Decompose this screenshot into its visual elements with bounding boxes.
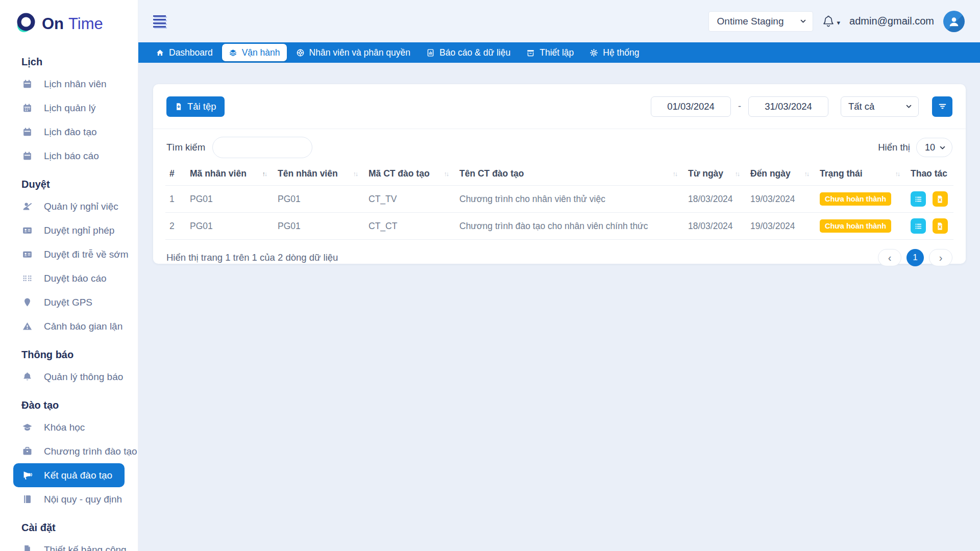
list-icon <box>914 195 923 204</box>
next-page-button[interactable]: › <box>929 249 952 266</box>
sort-icon[interactable]: ↑↓ <box>353 170 361 178</box>
filter-button[interactable] <box>932 96 952 117</box>
from-date: 18/03/2024 <box>684 186 746 213</box>
from-date: 18/03/2024 <box>684 213 746 240</box>
avatar[interactable] <box>943 11 965 32</box>
sort-icon[interactable]: ↑↓ <box>895 170 903 178</box>
row-index: 1 <box>165 186 186 213</box>
sidebar-item-duyet-bao-cao[interactable]: Duyệt báo cáo <box>13 266 125 290</box>
tab-label: Báo cáo & dữ liệu <box>439 47 510 58</box>
date-from-input[interactable] <box>651 96 731 117</box>
report-chart-icon <box>426 48 435 57</box>
file-excel-icon <box>936 195 944 204</box>
tab-bao-cao-du-lieu[interactable]: Báo cáo & dữ liệu <box>420 42 517 63</box>
column-header-ma-ct-dao-tao[interactable]: Mã CT đào tạo↑↓ <box>364 163 455 186</box>
tab-label: Thiết lập <box>540 47 574 58</box>
notifications-button[interactable]: ▾ <box>822 14 841 28</box>
column-header-ten-ct-dao-tao[interactable]: Tên CT đào tạo↑↓ <box>455 163 684 186</box>
bell-icon <box>22 371 33 382</box>
status-filter-select[interactable]: Tất cả <box>841 96 919 117</box>
chevron-down-icon <box>939 144 946 151</box>
sort-icon[interactable]: ↑↓ <box>262 170 270 178</box>
pagination: ‹ 1 › <box>878 249 952 266</box>
calendar-icon <box>22 151 33 161</box>
sidebar-item-chuong-trinh-dao-tao[interactable]: Chương trình đào tạo <box>13 439 125 463</box>
workspace-select[interactable]: Ontime Staging <box>708 11 813 32</box>
tab-thiet-lap[interactable]: Thiết lập <box>520 42 580 63</box>
layers-icon <box>229 48 237 57</box>
page-size-label: Hiển thị <box>878 142 910 153</box>
sidebar-item-label: Duyệt báo cáo <box>44 273 107 284</box>
sort-icon[interactable]: ↑↓ <box>673 170 680 178</box>
program-code: CT_TV <box>364 186 455 213</box>
sidebar-section-thong-bao: Thông báo <box>0 338 138 365</box>
date-to-input[interactable] <box>748 96 828 117</box>
person-icon <box>947 15 961 28</box>
table-row: 2 PG01 PG01 CT_CT Chương trình đào tạo c… <box>165 213 953 240</box>
sidebar-item-ket-qua-dao-tao[interactable]: Kết quả đào tạo <box>13 463 125 487</box>
column-header-trang-thai[interactable]: Trạng thái↑↓ <box>816 163 906 186</box>
export-excel-button[interactable] <box>933 191 948 207</box>
current-page-indicator[interactable]: 1 <box>906 249 924 266</box>
tab-dashboard[interactable]: Dashboard <box>149 42 219 63</box>
column-header-ten-nhan-vien[interactable]: Tên nhân viên↑↓ <box>274 163 364 186</box>
sidebar-item-lich-quan-ly[interactable]: Lịch quản lý <box>13 96 125 120</box>
menu-icon[interactable] <box>151 13 168 30</box>
pagination-summary: Hiển thị trang 1 trên 1 của 2 dòng dữ li… <box>166 252 338 263</box>
program-name: Chương trình đào tạo cho nhân viên chính… <box>455 213 684 240</box>
sidebar-item-lich-dao-tao[interactable]: Lịch đào tạo <box>13 120 125 144</box>
bell-icon <box>822 14 835 28</box>
tab-nhan-vien-va-phan-quyen[interactable]: Nhân viên và phân quyền <box>289 42 417 63</box>
view-details-button[interactable] <box>911 218 926 234</box>
previous-page-button[interactable]: ‹ <box>878 249 901 266</box>
user-slash-icon <box>22 201 33 212</box>
column-header-den-ngay[interactable]: Đến ngày↑↓ <box>746 163 816 186</box>
app-logo[interactable]: OnTime <box>0 0 138 36</box>
tab-van-hanh[interactable]: Vận hành <box>222 44 287 61</box>
sidebar-item-label: Duyệt đi trễ về sớm <box>44 249 129 260</box>
sidebar-item-duyet-di-tre-ve-som[interactable]: Duyệt đi trễ về sớm <box>13 242 125 266</box>
sort-icon[interactable]: ↑↓ <box>804 170 812 178</box>
topbar: Ontime Staging ▾ admin@gmail.com <box>138 0 980 42</box>
sidebar-item-lich-bao-cao[interactable]: Lịch báo cáo <box>13 144 125 168</box>
sidebar-item-label: Quản lý nghỉ việc <box>44 201 118 212</box>
column-header-ma-nhan-vien[interactable]: Mã nhân viên↑↓ <box>186 163 274 186</box>
export-excel-button[interactable] <box>933 218 948 234</box>
sort-icon[interactable]: ↑↓ <box>735 170 743 178</box>
sidebar-item-label: Quản lý thông báo <box>44 371 123 383</box>
chevron-down-icon <box>905 103 912 110</box>
sidebar-item-label: Lịch báo cáo <box>44 151 99 162</box>
sidebar-item-quan-ly-thong-bao[interactable]: Quản lý thông báo <box>13 365 125 389</box>
sidebar-section-cai-dat: Cài đặt <box>0 511 138 538</box>
id-card-icon <box>22 225 33 236</box>
graduation-cap-icon <box>22 422 33 433</box>
employee-code: PG01 <box>186 213 274 240</box>
view-details-button[interactable] <box>911 191 926 207</box>
sidebar-item-lich-nhan-vien[interactable]: Lịch nhân viên <box>13 72 125 96</box>
column-header-tu-ngay[interactable]: Từ ngày↑↓ <box>684 163 746 186</box>
page-size-select[interactable]: 10 <box>916 138 952 157</box>
sidebar-item-quan-ly-nghi-viec[interactable]: Quản lý nghỉ việc <box>13 194 125 218</box>
sidebar-item-label: Lịch đào tạo <box>44 127 97 138</box>
sidebar-item-khoa-hoc[interactable]: Khóa học <box>13 415 125 439</box>
status-badge: Chưa hoàn thành <box>820 192 891 206</box>
book-icon <box>22 494 33 505</box>
home-icon <box>156 48 164 57</box>
sidebar-section-lich: Lịch <box>0 45 138 72</box>
sidebar-item-label: Cảnh báo gian lận <box>44 321 122 332</box>
sidebar-item-duyet-gps[interactable]: Duyệt GPS <box>13 290 125 314</box>
sidebar-item-canh-bao-gian-lan[interactable]: Cảnh báo gian lận <box>13 314 125 338</box>
sort-icon[interactable]: ↑↓ <box>444 170 452 178</box>
map-pin-icon <box>22 297 33 308</box>
table-footer: Hiển thị trang 1 trên 1 của 2 dòng dữ li… <box>153 240 966 266</box>
upload-file-button[interactable]: Tải tệp <box>166 96 225 117</box>
table-controls: Tìm kiếm Hiển thị 10 <box>153 129 966 162</box>
search-input[interactable] <box>212 137 312 158</box>
sidebar-item-noi-quy-quy-dinh[interactable]: Nội quy - quy định <box>13 487 125 511</box>
sidebar-item-duyet-nghi-phep[interactable]: Duyệt nghỉ phép <box>13 218 125 242</box>
sidebar-item-thiet-ke-bang-cong[interactable]: Thiết kế bảng công <box>13 538 125 551</box>
sidebar-item-label: Kết quả đào tạo <box>44 470 112 481</box>
tab-he-thong[interactable]: Hệ thống <box>583 42 646 63</box>
list-icon <box>914 222 923 231</box>
user-email[interactable]: admin@gmail.com <box>849 15 934 27</box>
